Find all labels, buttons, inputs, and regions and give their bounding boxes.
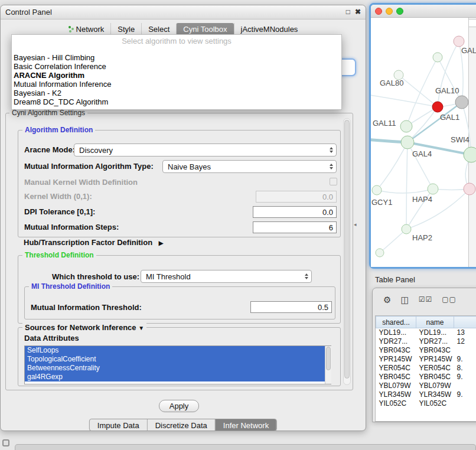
network-node[interactable]: [464, 183, 475, 195]
mi-steps-label: Mutual Information Steps:: [24, 223, 119, 231]
network-node[interactable]: [401, 136, 414, 149]
mi-threshold-field[interactable]: [250, 301, 332, 313]
table-cell: YDR27...: [416, 337, 454, 346]
algorithm-option[interactable]: Basic Correlation Inference: [12, 62, 341, 71]
table-row[interactable]: YER054CYER054C8.: [376, 364, 476, 373]
tab-style[interactable]: Style: [110, 23, 141, 35]
network-node[interactable]: [428, 184, 438, 194]
network-canvas[interactable]: GAL80GAL10GAL11GAL1SWI4GAL4GCY1HAP4HAP2G…: [371, 18, 476, 267]
algorithm-option[interactable]: Bayesian - Hill Climbing: [12, 53, 341, 62]
table-row[interactable]: YLR345WYLR345W9.: [376, 390, 476, 399]
network-node-label: HAP4: [412, 195, 432, 204]
table-cell: 8.: [454, 364, 476, 373]
columns-icon[interactable]: ◫: [400, 295, 409, 304]
aracne-mode-label: Aracne Mode:: [24, 145, 75, 154]
control-panel-titlebar: Control Panel □ ✖: [1, 5, 366, 19]
apply-button[interactable]: Apply: [159, 400, 199, 412]
bottom-tab-impute-data[interactable]: Impute Data: [90, 419, 147, 431]
panel-collapse-icon[interactable]: ◂: [354, 221, 357, 227]
settings-group-title: Cyni Algorithm Settings: [9, 109, 87, 117]
tab-select[interactable]: Select: [141, 23, 176, 35]
bottom-tab-discretize-data[interactable]: Discretize Data: [147, 419, 215, 431]
bottom-tab-infer-network[interactable]: Infer Network: [215, 419, 276, 431]
hub-definition-section[interactable]: Hub/Transcription Factor Definition ▶: [24, 238, 163, 247]
mi-steps-field[interactable]: [253, 221, 337, 233]
network-node[interactable]: [376, 249, 384, 257]
control-panel-window: Control Panel □ ✖ NetworkStyleSelectCyni…: [0, 5, 366, 431]
combo-stepper-icon: [305, 273, 308, 279]
column-header-extra[interactable]: [454, 317, 476, 328]
table-row[interactable]: YBR045CYBR045C9.: [376, 373, 476, 381]
table-cell: YBL079W: [376, 381, 416, 390]
network-edge: [371, 94, 438, 107]
attribute-item[interactable]: BetweennessCentrality: [25, 364, 331, 373]
algorithm-option[interactable]: Bayesian - K2: [12, 89, 341, 97]
mi-threshold-label: Mutual Information Threshold:: [31, 303, 142, 312]
table-row[interactable]: YDL19...YDL19...13: [376, 328, 476, 337]
attribute-item[interactable]: TopologicalCoefficient: [25, 355, 331, 364]
attribute-item[interactable]: SelfLoops: [25, 346, 331, 355]
which-threshold-value: MI Threshold: [146, 272, 191, 281]
attribute-list-scroll-thumb[interactable]: [326, 347, 331, 370]
network-node[interactable]: [464, 147, 476, 162]
network-node-label: GAL11: [373, 119, 396, 128]
minimize-traffic-light-icon[interactable]: [386, 8, 393, 15]
table-cell: YPR145W: [416, 355, 454, 364]
which-threshold-label: Which threshold to use:: [52, 272, 139, 281]
table-row[interactable]: YBL079WYBL079W: [376, 381, 476, 390]
tab-label: Style: [118, 25, 135, 34]
settings-scroll-thumb[interactable]: [344, 120, 350, 379]
network-node[interactable]: [455, 96, 468, 109]
tab-network[interactable]: Network: [62, 23, 111, 35]
tab-jactivemnodules[interactable]: jActiveMNodules: [234, 23, 305, 35]
window-title: Control Panel: [5, 8, 52, 17]
manual-kernel-width-label: Manual Kernel Width Definition: [24, 178, 138, 187]
deselect-all-icon[interactable]: ▢▢: [442, 296, 457, 303]
network-node[interactable]: [400, 120, 412, 132]
network-node[interactable]: [454, 36, 464, 47]
bottom-tab-bar: Impute DataDiscretize DataInfer Network: [89, 419, 277, 431]
network-node[interactable]: [402, 224, 411, 234]
network-node[interactable]: [432, 102, 443, 112]
table-row[interactable]: YDR27...YDR27...12: [376, 337, 476, 346]
network-node[interactable]: [433, 53, 442, 62]
network-node-label: GAL80: [380, 79, 403, 87]
column-header-shared[interactable]: shared...: [376, 317, 416, 328]
table-row[interactable]: YPR145WYPR145W9.: [376, 355, 476, 364]
algorithm-option[interactable]: Mutual Information Inference: [12, 80, 341, 89]
algorithm-option[interactable]: Dream8 DC_TDC Algorithm: [12, 97, 341, 106]
tab-cyni-toolbox[interactable]: Cyni Toolbox: [176, 23, 233, 35]
table-row[interactable]: YBR043CYBR043C: [376, 346, 476, 355]
table-cell: YIL052C: [376, 399, 416, 408]
attribute-item[interactable]: gal4RGexp: [25, 373, 331, 381]
close-traffic-light-icon[interactable]: [375, 8, 382, 15]
kernel-width-field[interactable]: [256, 191, 337, 203]
dpi-tolerance-field[interactable]: [253, 206, 337, 218]
attribute-list-scrollbar[interactable]: [325, 346, 331, 384]
zoom-traffic-light-icon[interactable]: [396, 8, 403, 15]
algorithm-option[interactable]: ARACNE Algorithm: [12, 71, 341, 80]
manual-kernel-width-checkbox[interactable]: [330, 178, 337, 185]
table-cell: YBR045C: [376, 373, 416, 381]
bottom-left-window-icon[interactable]: [2, 439, 9, 446]
gear-icon[interactable]: ⚙: [383, 295, 391, 304]
which-threshold-select[interactable]: MI Threshold: [141, 270, 312, 283]
aracne-mode-select[interactable]: Discovery: [74, 144, 337, 156]
select-all-icon[interactable]: ☑☑: [419, 296, 433, 303]
table-row[interactable]: YIL052CYIL052C: [376, 399, 476, 408]
table-cell: YBL079W: [416, 381, 454, 390]
combo-stepper-icon: [330, 147, 333, 153]
table-cell: YDL19...: [416, 328, 454, 337]
mi-algorithm-type-select[interactable]: Naive Bayes: [162, 160, 337, 173]
sources-title[interactable]: Sources for Network Inference ▼: [22, 323, 146, 332]
column-header-name[interactable]: name: [416, 317, 454, 328]
bottom-panel-edge: [15, 444, 476, 450]
network-node[interactable]: [372, 185, 382, 195]
table-cell: 9.: [454, 373, 476, 381]
network-edge: [406, 142, 407, 229]
float-window-icon[interactable]: □: [346, 8, 350, 16]
close-icon[interactable]: ✖: [355, 8, 361, 16]
table-cell: 9.: [454, 355, 476, 364]
network-node-label: GAL: [461, 46, 476, 55]
settings-scrollbar[interactable]: [343, 118, 351, 385]
